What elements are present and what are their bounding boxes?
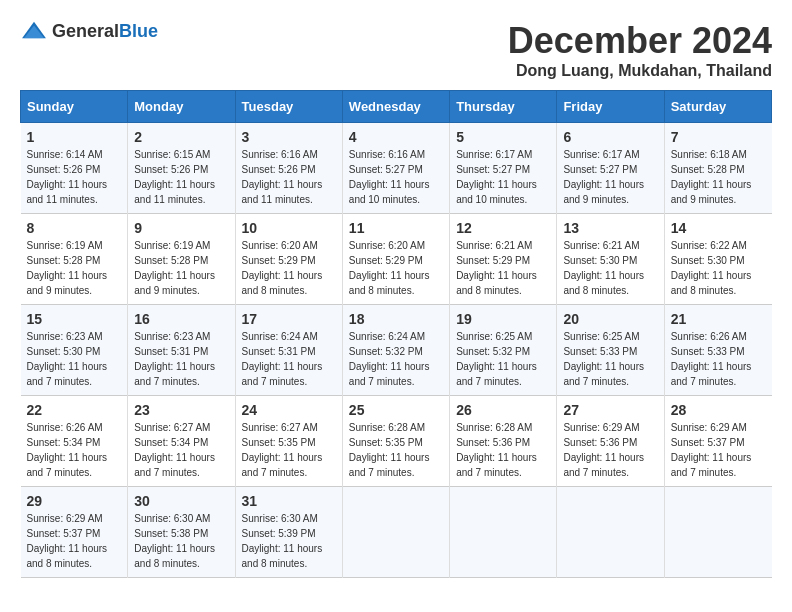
day-number: 24: [242, 402, 336, 418]
day-detail: Sunrise: 6:20 AMSunset: 5:29 PMDaylight:…: [349, 238, 443, 298]
day-detail: Sunrise: 6:29 AMSunset: 5:36 PMDaylight:…: [563, 420, 657, 480]
day-number: 19: [456, 311, 550, 327]
day-detail: Sunrise: 6:27 AMSunset: 5:35 PMDaylight:…: [242, 420, 336, 480]
day-number: 22: [27, 402, 122, 418]
day-detail: Sunrise: 6:17 AMSunset: 5:27 PMDaylight:…: [456, 147, 550, 207]
day-number: 21: [671, 311, 766, 327]
day-number: 11: [349, 220, 443, 236]
location-title: Dong Luang, Mukdahan, Thailand: [508, 62, 772, 80]
day-number: 7: [671, 129, 766, 145]
calendar-day: [557, 487, 664, 578]
calendar-day: 21Sunrise: 6:26 AMSunset: 5:33 PMDayligh…: [664, 305, 771, 396]
calendar-day: 13Sunrise: 6:21 AMSunset: 5:30 PMDayligh…: [557, 214, 664, 305]
calendar-day: 6Sunrise: 6:17 AMSunset: 5:27 PMDaylight…: [557, 123, 664, 214]
calendar-day: 16Sunrise: 6:23 AMSunset: 5:31 PMDayligh…: [128, 305, 235, 396]
logo: GeneralBlue: [20, 20, 158, 42]
day-number: 14: [671, 220, 766, 236]
calendar-day: 31Sunrise: 6:30 AMSunset: 5:39 PMDayligh…: [235, 487, 342, 578]
day-number: 26: [456, 402, 550, 418]
header-row: Sunday Monday Tuesday Wednesday Thursday…: [21, 91, 772, 123]
col-sunday: Sunday: [21, 91, 128, 123]
calendar-day: 23Sunrise: 6:27 AMSunset: 5:34 PMDayligh…: [128, 396, 235, 487]
day-detail: Sunrise: 6:24 AMSunset: 5:32 PMDaylight:…: [349, 329, 443, 389]
day-detail: Sunrise: 6:21 AMSunset: 5:30 PMDaylight:…: [563, 238, 657, 298]
col-tuesday: Tuesday: [235, 91, 342, 123]
calendar-day: 27Sunrise: 6:29 AMSunset: 5:36 PMDayligh…: [557, 396, 664, 487]
day-number: 20: [563, 311, 657, 327]
calendar-day: 18Sunrise: 6:24 AMSunset: 5:32 PMDayligh…: [342, 305, 449, 396]
day-detail: Sunrise: 6:28 AMSunset: 5:35 PMDaylight:…: [349, 420, 443, 480]
day-detail: Sunrise: 6:29 AMSunset: 5:37 PMDaylight:…: [27, 511, 122, 571]
day-number: 2: [134, 129, 228, 145]
day-detail: Sunrise: 6:28 AMSunset: 5:36 PMDaylight:…: [456, 420, 550, 480]
day-detail: Sunrise: 6:18 AMSunset: 5:28 PMDaylight:…: [671, 147, 766, 207]
day-detail: Sunrise: 6:26 AMSunset: 5:33 PMDaylight:…: [671, 329, 766, 389]
calendar-day: 7Sunrise: 6:18 AMSunset: 5:28 PMDaylight…: [664, 123, 771, 214]
day-detail: Sunrise: 6:15 AMSunset: 5:26 PMDaylight:…: [134, 147, 228, 207]
day-number: 9: [134, 220, 228, 236]
calendar-day: 20Sunrise: 6:25 AMSunset: 5:33 PMDayligh…: [557, 305, 664, 396]
month-title: December 2024: [508, 20, 772, 62]
calendar-day: 12Sunrise: 6:21 AMSunset: 5:29 PMDayligh…: [450, 214, 557, 305]
day-detail: Sunrise: 6:20 AMSunset: 5:29 PMDaylight:…: [242, 238, 336, 298]
calendar-day: 10Sunrise: 6:20 AMSunset: 5:29 PMDayligh…: [235, 214, 342, 305]
col-thursday: Thursday: [450, 91, 557, 123]
day-detail: Sunrise: 6:25 AMSunset: 5:32 PMDaylight:…: [456, 329, 550, 389]
day-number: 29: [27, 493, 122, 509]
calendar-day: 11Sunrise: 6:20 AMSunset: 5:29 PMDayligh…: [342, 214, 449, 305]
calendar-day: 8Sunrise: 6:19 AMSunset: 5:28 PMDaylight…: [21, 214, 128, 305]
day-number: 18: [349, 311, 443, 327]
calendar-day: 14Sunrise: 6:22 AMSunset: 5:30 PMDayligh…: [664, 214, 771, 305]
calendar-day: 28Sunrise: 6:29 AMSunset: 5:37 PMDayligh…: [664, 396, 771, 487]
calendar-day: 19Sunrise: 6:25 AMSunset: 5:32 PMDayligh…: [450, 305, 557, 396]
day-number: 28: [671, 402, 766, 418]
day-detail: Sunrise: 6:30 AMSunset: 5:38 PMDaylight:…: [134, 511, 228, 571]
calendar-day: 5Sunrise: 6:17 AMSunset: 5:27 PMDaylight…: [450, 123, 557, 214]
day-detail: Sunrise: 6:14 AMSunset: 5:26 PMDaylight:…: [27, 147, 122, 207]
day-detail: Sunrise: 6:23 AMSunset: 5:31 PMDaylight:…: [134, 329, 228, 389]
logo-blue: Blue: [119, 21, 158, 41]
calendar-table: Sunday Monday Tuesday Wednesday Thursday…: [20, 90, 772, 578]
day-detail: Sunrise: 6:19 AMSunset: 5:28 PMDaylight:…: [27, 238, 122, 298]
day-detail: Sunrise: 6:19 AMSunset: 5:28 PMDaylight:…: [134, 238, 228, 298]
day-number: 31: [242, 493, 336, 509]
logo-icon: [20, 20, 48, 42]
day-number: 3: [242, 129, 336, 145]
calendar-day: 25Sunrise: 6:28 AMSunset: 5:35 PMDayligh…: [342, 396, 449, 487]
day-number: 4: [349, 129, 443, 145]
day-detail: Sunrise: 6:26 AMSunset: 5:34 PMDaylight:…: [27, 420, 122, 480]
day-detail: Sunrise: 6:16 AMSunset: 5:27 PMDaylight:…: [349, 147, 443, 207]
day-number: 23: [134, 402, 228, 418]
day-detail: Sunrise: 6:21 AMSunset: 5:29 PMDaylight:…: [456, 238, 550, 298]
day-number: 8: [27, 220, 122, 236]
day-number: 13: [563, 220, 657, 236]
col-wednesday: Wednesday: [342, 91, 449, 123]
calendar-week-3: 15Sunrise: 6:23 AMSunset: 5:30 PMDayligh…: [21, 305, 772, 396]
calendar-day: [450, 487, 557, 578]
col-friday: Friday: [557, 91, 664, 123]
day-number: 25: [349, 402, 443, 418]
col-saturday: Saturday: [664, 91, 771, 123]
day-number: 15: [27, 311, 122, 327]
day-detail: Sunrise: 6:25 AMSunset: 5:33 PMDaylight:…: [563, 329, 657, 389]
day-number: 1: [27, 129, 122, 145]
calendar-week-1: 1Sunrise: 6:14 AMSunset: 5:26 PMDaylight…: [21, 123, 772, 214]
day-detail: Sunrise: 6:16 AMSunset: 5:26 PMDaylight:…: [242, 147, 336, 207]
day-number: 10: [242, 220, 336, 236]
day-detail: Sunrise: 6:30 AMSunset: 5:39 PMDaylight:…: [242, 511, 336, 571]
calendar-day: 9Sunrise: 6:19 AMSunset: 5:28 PMDaylight…: [128, 214, 235, 305]
day-number: 30: [134, 493, 228, 509]
day-detail: Sunrise: 6:22 AMSunset: 5:30 PMDaylight:…: [671, 238, 766, 298]
calendar-day: [342, 487, 449, 578]
calendar-day: 17Sunrise: 6:24 AMSunset: 5:31 PMDayligh…: [235, 305, 342, 396]
title-area: December 2024 Dong Luang, Mukdahan, Thai…: [508, 20, 772, 80]
day-number: 27: [563, 402, 657, 418]
day-number: 12: [456, 220, 550, 236]
calendar-day: 22Sunrise: 6:26 AMSunset: 5:34 PMDayligh…: [21, 396, 128, 487]
day-detail: Sunrise: 6:17 AMSunset: 5:27 PMDaylight:…: [563, 147, 657, 207]
calendar-day: 30Sunrise: 6:30 AMSunset: 5:38 PMDayligh…: [128, 487, 235, 578]
day-number: 5: [456, 129, 550, 145]
calendar-day: [664, 487, 771, 578]
logo-general: General: [52, 21, 119, 41]
calendar-day: 1Sunrise: 6:14 AMSunset: 5:26 PMDaylight…: [21, 123, 128, 214]
